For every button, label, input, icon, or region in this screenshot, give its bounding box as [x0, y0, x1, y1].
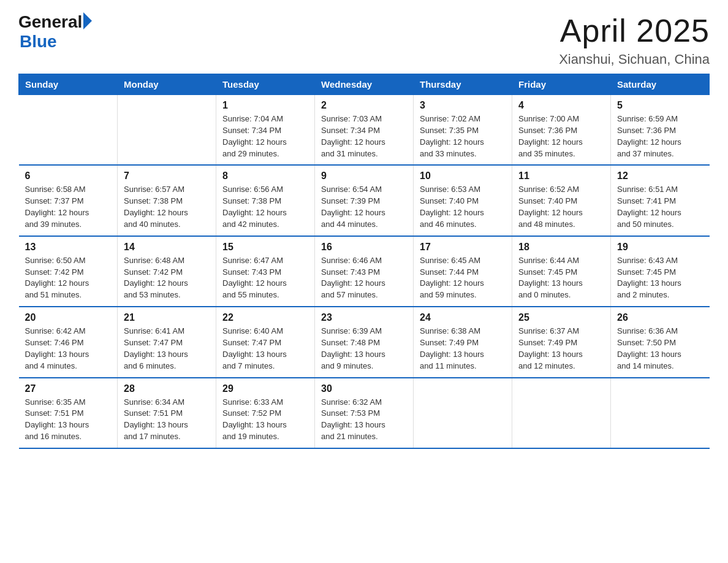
day-info: Sunrise: 6:48 AM Sunset: 7:42 PM Dayligh…	[124, 255, 210, 301]
calendar-cell: 23Sunrise: 6:39 AM Sunset: 7:48 PM Dayli…	[315, 307, 414, 377]
day-info: Sunrise: 6:35 AM Sunset: 7:51 PM Dayligh…	[25, 397, 112, 443]
day-number: 20	[25, 312, 112, 323]
calendar-cell: 22Sunrise: 6:40 AM Sunset: 7:47 PM Dayli…	[216, 307, 315, 377]
calendar-cell: 3Sunrise: 7:02 AM Sunset: 7:35 PM Daylig…	[414, 95, 512, 166]
week-row-3: 13Sunrise: 6:50 AM Sunset: 7:42 PM Dayli…	[19, 236, 710, 307]
calendar-cell: 13Sunrise: 6:50 AM Sunset: 7:42 PM Dayli…	[19, 236, 118, 307]
page-title: April 2025	[559, 12, 710, 49]
calendar-cell: 9Sunrise: 6:54 AM Sunset: 7:39 PM Daylig…	[315, 165, 414, 236]
day-info: Sunrise: 6:43 AM Sunset: 7:45 PM Dayligh…	[617, 255, 703, 301]
day-info: Sunrise: 7:02 AM Sunset: 7:35 PM Dayligh…	[420, 113, 506, 159]
day-number: 26	[617, 312, 703, 323]
day-info: Sunrise: 7:03 AM Sunset: 7:34 PM Dayligh…	[321, 113, 407, 159]
day-number: 16	[321, 242, 407, 253]
day-info: Sunrise: 6:41 AM Sunset: 7:47 PM Dayligh…	[124, 326, 210, 372]
calendar-cell: 6Sunrise: 6:58 AM Sunset: 7:37 PM Daylig…	[19, 165, 118, 236]
day-info: Sunrise: 6:34 AM Sunset: 7:51 PM Dayligh…	[124, 397, 210, 443]
day-number: 9	[321, 170, 407, 182]
header-cell-wednesday: Wednesday	[315, 74, 414, 95]
day-info: Sunrise: 6:54 AM Sunset: 7:39 PM Dayligh…	[321, 184, 407, 230]
calendar-cell: 24Sunrise: 6:38 AM Sunset: 7:49 PM Dayli…	[414, 307, 512, 377]
day-number: 13	[25, 242, 112, 253]
calendar-cell: 28Sunrise: 6:34 AM Sunset: 7:51 PM Dayli…	[118, 378, 216, 448]
calendar-cell	[118, 95, 216, 166]
day-info: Sunrise: 6:56 AM Sunset: 7:38 PM Dayligh…	[222, 184, 308, 230]
calendar-cell: 4Sunrise: 7:00 AM Sunset: 7:36 PM Daylig…	[512, 95, 611, 166]
day-info: Sunrise: 6:32 AM Sunset: 7:53 PM Dayligh…	[321, 397, 407, 443]
calendar-cell: 14Sunrise: 6:48 AM Sunset: 7:42 PM Dayli…	[118, 236, 216, 307]
calendar-table: SundayMondayTuesdayWednesdayThursdayFrid…	[18, 74, 710, 449]
calendar-cell: 19Sunrise: 6:43 AM Sunset: 7:45 PM Dayli…	[611, 236, 710, 307]
calendar-cell	[611, 378, 710, 448]
day-info: Sunrise: 6:36 AM Sunset: 7:50 PM Dayligh…	[617, 326, 703, 372]
day-info: Sunrise: 6:59 AM Sunset: 7:36 PM Dayligh…	[617, 113, 703, 159]
day-number: 8	[222, 170, 308, 182]
day-number: 2	[321, 100, 407, 111]
day-info: Sunrise: 7:04 AM Sunset: 7:34 PM Dayligh…	[222, 113, 308, 159]
day-info: Sunrise: 6:53 AM Sunset: 7:40 PM Dayligh…	[420, 184, 506, 230]
week-row-2: 6Sunrise: 6:58 AM Sunset: 7:37 PM Daylig…	[19, 165, 710, 236]
calendar-cell: 11Sunrise: 6:52 AM Sunset: 7:40 PM Dayli…	[512, 165, 611, 236]
calendar-cell: 15Sunrise: 6:47 AM Sunset: 7:43 PM Dayli…	[216, 236, 315, 307]
day-info: Sunrise: 6:50 AM Sunset: 7:42 PM Dayligh…	[25, 255, 112, 301]
calendar-cell: 8Sunrise: 6:56 AM Sunset: 7:38 PM Daylig…	[216, 165, 315, 236]
day-info: Sunrise: 6:45 AM Sunset: 7:44 PM Dayligh…	[420, 255, 506, 301]
logo-general-text: General	[18, 12, 82, 32]
logo-arrow-icon	[83, 12, 92, 29]
day-info: Sunrise: 6:39 AM Sunset: 7:48 PM Dayligh…	[321, 326, 407, 372]
day-number: 23	[321, 312, 407, 323]
day-info: Sunrise: 6:42 AM Sunset: 7:46 PM Dayligh…	[25, 326, 112, 372]
day-number: 10	[420, 170, 506, 182]
day-number: 5	[617, 100, 703, 111]
day-number: 19	[617, 242, 703, 253]
header-cell-monday: Monday	[118, 74, 216, 95]
day-info: Sunrise: 6:58 AM Sunset: 7:37 PM Dayligh…	[25, 184, 112, 230]
day-number: 4	[518, 100, 604, 111]
header-cell-thursday: Thursday	[414, 74, 512, 95]
day-number: 25	[518, 312, 604, 323]
calendar-cell: 17Sunrise: 6:45 AM Sunset: 7:44 PM Dayli…	[414, 236, 512, 307]
calendar-cell	[512, 378, 611, 448]
page-header: General Blue April 2025 Xianshui, Sichua…	[18, 12, 710, 67]
calendar-cell: 5Sunrise: 6:59 AM Sunset: 7:36 PM Daylig…	[611, 95, 710, 166]
day-number: 1	[222, 100, 308, 111]
week-row-1: 1Sunrise: 7:04 AM Sunset: 7:34 PM Daylig…	[19, 95, 710, 166]
page-subtitle: Xianshui, Sichuan, China	[559, 52, 710, 67]
day-info: Sunrise: 6:51 AM Sunset: 7:41 PM Dayligh…	[617, 184, 703, 230]
day-number: 28	[124, 383, 210, 394]
day-info: Sunrise: 6:44 AM Sunset: 7:45 PM Dayligh…	[518, 255, 604, 301]
day-number: 29	[222, 383, 308, 394]
day-info: Sunrise: 6:52 AM Sunset: 7:40 PM Dayligh…	[518, 184, 604, 230]
header-cell-sunday: Sunday	[19, 74, 118, 95]
day-number: 22	[222, 312, 308, 323]
calendar-cell: 18Sunrise: 6:44 AM Sunset: 7:45 PM Dayli…	[512, 236, 611, 307]
day-number: 6	[25, 170, 112, 182]
day-number: 12	[617, 170, 703, 182]
day-info: Sunrise: 6:46 AM Sunset: 7:43 PM Dayligh…	[321, 255, 407, 301]
week-row-5: 27Sunrise: 6:35 AM Sunset: 7:51 PM Dayli…	[19, 378, 710, 448]
calendar-cell: 20Sunrise: 6:42 AM Sunset: 7:46 PM Dayli…	[19, 307, 118, 377]
day-number: 3	[420, 100, 506, 111]
day-info: Sunrise: 6:40 AM Sunset: 7:47 PM Dayligh…	[222, 326, 308, 372]
calendar-cell: 26Sunrise: 6:36 AM Sunset: 7:50 PM Dayli…	[611, 307, 710, 377]
day-number: 17	[420, 242, 506, 253]
calendar-cell: 10Sunrise: 6:53 AM Sunset: 7:40 PM Dayli…	[414, 165, 512, 236]
day-number: 7	[124, 170, 210, 182]
day-number: 14	[124, 242, 210, 253]
calendar-cell: 2Sunrise: 7:03 AM Sunset: 7:34 PM Daylig…	[315, 95, 414, 166]
calendar-cell: 30Sunrise: 6:32 AM Sunset: 7:53 PM Dayli…	[315, 378, 414, 448]
day-info: Sunrise: 6:47 AM Sunset: 7:43 PM Dayligh…	[222, 255, 308, 301]
header-cell-saturday: Saturday	[611, 74, 710, 95]
day-number: 15	[222, 242, 308, 253]
day-info: Sunrise: 6:33 AM Sunset: 7:52 PM Dayligh…	[222, 397, 308, 443]
header-row: SundayMondayTuesdayWednesdayThursdayFrid…	[19, 74, 710, 95]
calendar-cell: 29Sunrise: 6:33 AM Sunset: 7:52 PM Dayli…	[216, 378, 315, 448]
day-info: Sunrise: 6:37 AM Sunset: 7:49 PM Dayligh…	[518, 326, 604, 372]
header-cell-tuesday: Tuesday	[216, 74, 315, 95]
day-info: Sunrise: 6:57 AM Sunset: 7:38 PM Dayligh…	[124, 184, 210, 230]
day-info: Sunrise: 7:00 AM Sunset: 7:36 PM Dayligh…	[518, 113, 604, 159]
calendar-cell: 25Sunrise: 6:37 AM Sunset: 7:49 PM Dayli…	[512, 307, 611, 377]
logo: General Blue	[18, 12, 92, 52]
calendar-cell: 27Sunrise: 6:35 AM Sunset: 7:51 PM Dayli…	[19, 378, 118, 448]
logo-blue-text: Blue	[20, 32, 57, 52]
